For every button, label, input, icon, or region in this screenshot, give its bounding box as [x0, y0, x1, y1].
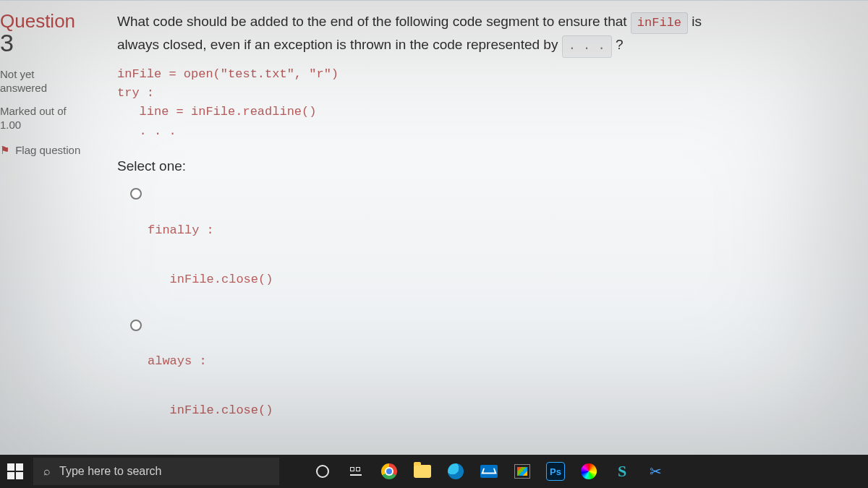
skype-icon[interactable]: S [612, 461, 632, 481]
question-sidebar: Question 3 Not yet answered Marked out o… [0, 1, 106, 455]
qtext-part1: What code should be added to the end of … [117, 14, 631, 29]
inline-code-ellipsis: . . . [562, 35, 612, 57]
flag-question-link[interactable]: ⚑ Flag question [0, 144, 98, 157]
microsoft-store-icon[interactable] [512, 461, 532, 481]
mail-icon[interactable] [479, 461, 499, 481]
select-one-label: Select one: [117, 155, 854, 176]
settings-color-icon[interactable] [579, 461, 599, 481]
qtext-part4: ? [616, 37, 624, 52]
inline-code-infile: inFile [631, 12, 688, 34]
question-number: 3 [0, 29, 98, 57]
file-explorer-icon[interactable] [412, 461, 433, 481]
radio-option-1[interactable] [130, 188, 142, 200]
question-text: What code should be added to the end of … [117, 11, 854, 58]
option-1-code: finally : inFile.close() [148, 218, 854, 292]
status-line1: Not yet [0, 68, 35, 80]
task-view-icon[interactable] [346, 461, 366, 481]
answer-status: Not yet answered [0, 67, 98, 95]
answer-option-2: always : inFile.close() [130, 314, 854, 423]
marks-line2: 1.00 [0, 119, 21, 131]
marks-label: Marked out of 1.00 [0, 104, 98, 132]
cortana-icon[interactable] [312, 461, 333, 481]
qtext-part3: always closed, even if an exception is t… [117, 37, 562, 52]
answer-option-1: finally : inFile.close() [130, 183, 854, 292]
quiz-page: Question 3 Not yet answered Marked out o… [0, 0, 868, 455]
edge-icon[interactable] [446, 461, 466, 481]
flag-icon: ⚑ [0, 144, 9, 156]
answer-options: finally : inFile.close() always : inFile… [117, 183, 854, 424]
snip-icon[interactable]: ✂ [645, 461, 665, 481]
flag-label: Flag question [15, 144, 80, 156]
search-icon: ⌕ [43, 465, 51, 478]
taskbar: ⌕ Type here to search Ps S ✂ [0, 455, 868, 488]
marks-line1: Marked out of [0, 105, 67, 117]
radio-option-2[interactable] [130, 320, 142, 331]
search-placeholder: Type here to search [59, 465, 161, 478]
taskbar-search[interactable]: ⌕ Type here to search [33, 458, 279, 485]
status-line2: answered [0, 82, 47, 94]
qtext-part2: is [692, 14, 702, 29]
taskbar-icons: Ps S ✂ [312, 461, 665, 481]
chrome-icon[interactable] [379, 461, 399, 481]
photoshop-icon[interactable]: Ps [545, 461, 566, 481]
start-button[interactable] [7, 463, 23, 479]
question-code-block: inFile = open("test.txt", "r") try : lin… [117, 65, 854, 141]
question-content: What code should be added to the end of … [106, 1, 868, 455]
option-2-code: always : inFile.close() [148, 349, 854, 423]
